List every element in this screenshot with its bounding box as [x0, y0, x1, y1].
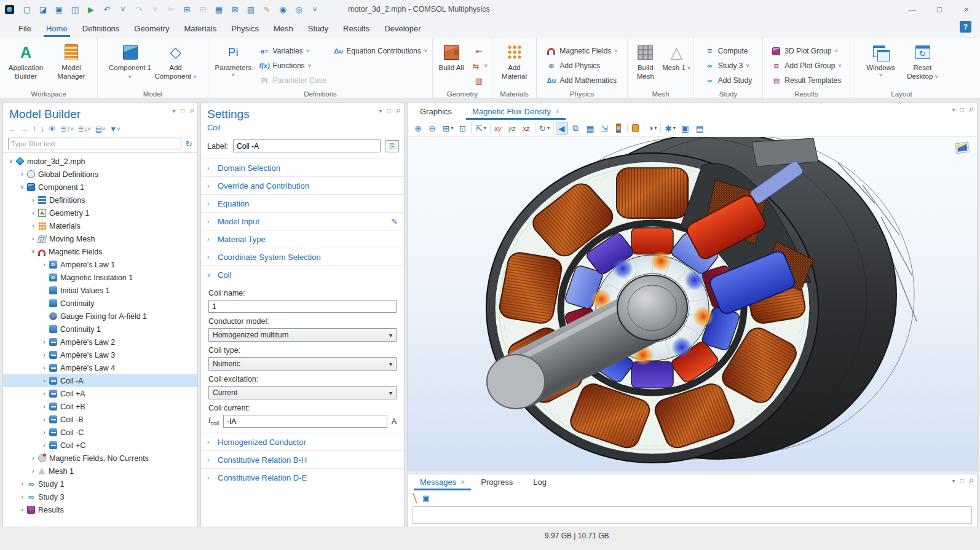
tree-chevron-icon[interactable]: ›	[40, 416, 49, 423]
tree-chevron-icon[interactable]: ›	[40, 442, 49, 449]
duplicate-icon[interactable]: ▦	[212, 3, 226, 15]
find-icon[interactable]: ◉	[276, 3, 290, 15]
menu-tab[interactable]: Physics	[224, 20, 266, 37]
collapse-icon[interactable]: ≣↑˅	[60, 125, 73, 133]
coil-excitation-select[interactable]: Current	[208, 386, 397, 399]
transparency-icon[interactable]: ⧉	[570, 122, 582, 135]
add-physics-button[interactable]: ⊕ Add Physics	[543, 58, 620, 73]
view-xy-icon[interactable]: xy	[492, 122, 505, 135]
minimize-button[interactable]: —	[899, 0, 926, 18]
scene-light-icon[interactable]: ◀	[556, 122, 568, 135]
menu-tab[interactable]: Study	[301, 20, 336, 37]
rotate-view-icon[interactable]: ↻ ▾	[537, 122, 551, 135]
tree-item[interactable]: › Global Definitions	[3, 168, 197, 181]
tree-chevron-icon[interactable]: ›	[40, 403, 49, 410]
tree-item[interactable]: › Coil +B	[3, 400, 197, 413]
panel-float-icon[interactable]: □	[387, 108, 391, 114]
insert-sequence-button[interactable]: ⇤	[472, 44, 487, 58]
mesh-1-button[interactable]: Mesh 1 ˅	[662, 41, 691, 87]
filter-input[interactable]	[8, 138, 181, 149]
coil-current-input[interactable]	[223, 415, 387, 428]
compute-button[interactable]: = Compute	[702, 44, 754, 58]
tree-chevron-icon[interactable]: ›	[18, 481, 26, 487]
graphics-canvas[interactable]	[408, 137, 977, 471]
tree-item[interactable]: › Definitions	[3, 194, 197, 206]
section-equation[interactable]: › Equation	[201, 194, 404, 212]
snapshot-icon[interactable]: ▣	[679, 122, 692, 135]
tree-item[interactable]: › Ampère's Law 1	[3, 258, 197, 271]
redo-icon[interactable]: ↷	[132, 3, 146, 15]
tree-item[interactable]: › Coil -B	[3, 413, 197, 426]
copy-icon[interactable]: ⊞	[180, 3, 194, 15]
tree-chevron-icon[interactable]: ›	[29, 197, 38, 203]
tree-chevron-icon[interactable]: ›	[29, 222, 38, 229]
panel-menu-icon[interactable]: ▾	[952, 477, 955, 484]
conductor-model-select[interactable]: Homogenized multiturn	[208, 328, 397, 342]
message-settings-icon[interactable]: ▣	[422, 493, 430, 503]
label-input[interactable]	[233, 139, 381, 152]
magnetic-fields-button[interactable]: Magnetic Fields˅	[543, 44, 620, 58]
menu-tab[interactable]: Definitions	[75, 20, 127, 37]
add-material-button[interactable]: Add Material	[496, 41, 534, 87]
graphics-tab[interactable]: Graphics	[413, 104, 464, 120]
tree-item[interactable]: › Mesh 1	[3, 465, 197, 477]
application-builder-button[interactable]: Application Builder	[4, 41, 48, 87]
parameter-case-button[interactable]: Pi Parameter Case	[257, 73, 330, 88]
tree-chevron-icon[interactable]: ›	[40, 390, 49, 397]
geometry-parts-button[interactable]: ▥	[472, 73, 487, 88]
move-up-icon[interactable]: ↑	[33, 125, 36, 133]
paste-icon[interactable]: ⊟	[196, 3, 210, 15]
tree-item[interactable]: › Materials	[3, 219, 197, 232]
tree-chevron-icon[interactable]: ›	[29, 468, 38, 474]
coil-type-select[interactable]: Numeric	[208, 357, 397, 371]
panel-menu-icon[interactable]: ▾	[173, 108, 176, 114]
menu-tab[interactable]: Results	[336, 20, 377, 37]
graphics-tab[interactable]: Magnetic Flux Density ×	[465, 104, 567, 120]
tree-chevron-icon[interactable]: ˅	[29, 248, 38, 255]
tree-chevron-icon[interactable]: ˅	[18, 184, 26, 191]
functions-button[interactable]: f(x) Functions˅	[257, 58, 330, 73]
tree-chevron-icon[interactable]: ›	[40, 377, 49, 384]
wireframe-icon[interactable]: ▦	[584, 122, 597, 135]
tree-item[interactable]: › Ampère's Law 4	[3, 361, 197, 374]
menu-tab[interactable]: File	[11, 20, 39, 37]
menu-tab[interactable]: Mesh	[266, 20, 301, 37]
tab-close-icon[interactable]: ×	[460, 478, 465, 487]
go-to-view-icon[interactable]: ⇱ ▾	[473, 122, 488, 135]
table-select-icon[interactable]: ▧	[244, 3, 258, 15]
menu-tab[interactable]: Materials	[176, 20, 224, 37]
tree-item[interactable]: › Coil -A	[3, 374, 197, 387]
panel-menu-icon[interactable]: ▾	[379, 108, 382, 114]
clear-messages-icon[interactable]: ╲	[412, 493, 418, 503]
filter-icon[interactable]: ▼˅	[109, 125, 120, 133]
edit-node-icon[interactable]: ✎	[260, 3, 274, 15]
tree-chevron-icon[interactable]: ›	[40, 352, 49, 358]
study-3-button[interactable]: ∞ Study 3˅	[702, 58, 754, 73]
view-xz-icon[interactable]: xz	[521, 122, 533, 135]
tree-chevron-icon[interactable]: ›	[40, 261, 49, 268]
menu-tab[interactable]: Home	[39, 20, 75, 37]
tree-item[interactable]: › Study 1	[3, 477, 197, 490]
section-coil[interactable]: ˅ Coil	[201, 265, 404, 283]
panel-float-icon[interactable]: □	[960, 477, 964, 484]
build-mesh-button[interactable]: Build Mesh	[630, 41, 660, 87]
tree-chevron-icon[interactable]: ˅	[7, 158, 15, 165]
run-icon[interactable]: ▶	[84, 3, 98, 15]
add-mathematics-button[interactable]: Δu Add Mathematics	[543, 73, 620, 88]
plot-thumbnail-icon[interactable]	[955, 143, 969, 154]
tree-item[interactable]: ˅ Component 1	[3, 181, 197, 194]
maximize-button[interactable]: □	[926, 0, 953, 18]
tree-chevron-icon[interactable]: ›	[29, 235, 38, 242]
tree-item[interactable]: Initial Values 1	[3, 284, 197, 297]
messages-output[interactable]	[413, 506, 972, 524]
windows-button[interactable]: Windows ˅	[861, 41, 901, 87]
section-material-type[interactable]: › Material Type	[201, 230, 404, 248]
tree-chevron-icon[interactable]: ›	[29, 455, 38, 462]
menu-tab[interactable]: Developer	[377, 20, 428, 37]
build-all-button[interactable]: Build All	[435, 41, 467, 87]
tree-item[interactable]: › Geometry 1	[3, 206, 197, 219]
save-icon[interactable]: ▣	[52, 3, 66, 15]
reset-desktop-button[interactable]: ↻ Reset Desktop ˅	[903, 41, 943, 87]
tree-item[interactable]: › Moving Mesh	[3, 232, 197, 245]
toolbar-overflow-icon[interactable]: ˅	[308, 3, 322, 15]
